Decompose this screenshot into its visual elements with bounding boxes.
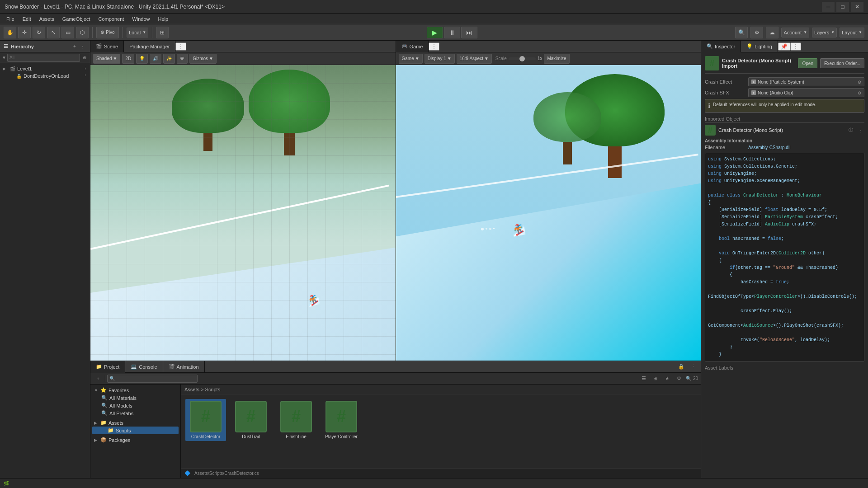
- scene-content[interactable]: 🏂: [90, 65, 396, 361]
- move-tool-button[interactable]: ✛: [18, 27, 31, 38]
- crash-sfx-browse[interactable]: ⊙: [858, 90, 861, 95]
- code-line-1: using System.Collections;: [708, 156, 861, 163]
- scale-tool-button[interactable]: ⤡: [47, 27, 60, 38]
- animation-tab[interactable]: 🎬 Animation: [163, 361, 205, 373]
- game-tabs-options[interactable]: ⋮: [429, 42, 439, 51]
- packages-section[interactable]: ▶ 📦 Packages: [92, 436, 179, 444]
- shaded-dropdown[interactable]: Shaded ▼: [93, 54, 120, 64]
- layout-dropdown[interactable]: Layout ▼: [840, 28, 864, 38]
- console-tab[interactable]: 💻 Console: [125, 361, 163, 373]
- crash-effect-dot: ●: [751, 80, 756, 84]
- search-toolbar-button[interactable]: 🔍: [735, 27, 748, 38]
- menu-gameobject[interactable]: GameObject: [59, 15, 94, 23]
- rotate-tool-button[interactable]: ↻: [33, 27, 45, 38]
- assembly-info-label: Assembly Information: [705, 138, 864, 143]
- asset-finishline[interactable]: FinishLine: [276, 399, 316, 441]
- hierarchy-options-button[interactable]: ⋮: [79, 43, 86, 50]
- minimize-button[interactable]: ─: [822, 2, 835, 12]
- code-line-13: [708, 243, 861, 250]
- inspector-tab[interactable]: 🔍 Inspector: [701, 41, 741, 52]
- grid-toggle-button[interactable]: ⊞: [156, 27, 169, 38]
- settings-toolbar-button[interactable]: ⚙: [750, 27, 763, 38]
- scene-tabs-options[interactable]: ⋮: [175, 42, 186, 51]
- local-dropdown[interactable]: Local ▼: [127, 28, 148, 38]
- bottom-tabs: 📁 Project 💻 Console 🎬 Animation 🔒 ⋮: [90, 361, 701, 373]
- cloud-toolbar-button[interactable]: ☁: [766, 27, 778, 38]
- lock-panel-button[interactable]: 🔒: [676, 362, 686, 372]
- imported-info-button[interactable]: ⓘ: [847, 127, 854, 134]
- scene-visibility-toggle[interactable]: 👁: [177, 54, 188, 64]
- imported-more-button[interactable]: ⋮: [857, 127, 864, 134]
- transform-tool-button[interactable]: ⬡: [76, 27, 89, 38]
- zoom-value: 20: [693, 376, 698, 381]
- package-manager-tab[interactable]: Package Manager: [124, 41, 175, 52]
- game-content: 🏂: [396, 65, 701, 361]
- project-tab[interactable]: 📁 Project: [90, 361, 125, 373]
- game-toolbar: Game ▼ Display 1 ▼ 16:9 Aspect ▼ Scale: [396, 52, 701, 65]
- maximize-button[interactable]: □: [836, 2, 849, 12]
- rect-tool-button[interactable]: ▭: [61, 27, 74, 38]
- favorites-section[interactable]: ▼ ⭐ Favorites: [92, 386, 179, 394]
- code-block: using System.Collections; using System.C…: [705, 153, 864, 361]
- close-button[interactable]: ✕: [851, 2, 863, 12]
- all-models-item[interactable]: 🔍 All Models: [92, 402, 179, 409]
- scene-tab[interactable]: 🎬 Scene: [90, 41, 124, 52]
- play-button[interactable]: ▶: [427, 27, 443, 38]
- step-button[interactable]: ⏭: [461, 27, 477, 38]
- menu-file[interactable]: File: [3, 15, 18, 23]
- crash-sfx-value[interactable]: ● None (Audio Clip) ⊙: [748, 88, 864, 97]
- bottom-panel-controls: 🔒 ⋮: [674, 362, 701, 372]
- layers-dropdown[interactable]: Layers ▼: [812, 28, 837, 38]
- add-asset-button[interactable]: +: [93, 374, 103, 384]
- assets-section[interactable]: ▶ 📁 Assets: [92, 419, 179, 427]
- hierarchy-item-dontdestroy[interactable]: 🔒 DontDestroyOnLoad ⋮: [0, 72, 90, 80]
- aspect-selector[interactable]: 16:9 Aspect ▼: [457, 54, 492, 64]
- maximize-button[interactable]: Maximize: [544, 54, 569, 64]
- crash-effect-value[interactable]: ● None (Particle System) ⊙: [748, 77, 864, 86]
- custom-tool-button[interactable]: ⚙ Pivo: [96, 27, 119, 38]
- scripts-folder[interactable]: 📁 Scripts: [92, 427, 179, 434]
- hierarchy-search-icon[interactable]: ⊕: [81, 54, 88, 61]
- pause-button[interactable]: ⏸: [444, 27, 460, 38]
- open-button[interactable]: Open: [798, 58, 817, 68]
- 2d-toggle[interactable]: 2D: [122, 54, 134, 64]
- all-prefabs-item[interactable]: 🔍 All Prefabs: [92, 409, 179, 417]
- inspector-options[interactable]: ⋮: [790, 42, 801, 51]
- menu-help[interactable]: Help: [154, 15, 172, 23]
- account-dropdown[interactable]: Account ▼: [781, 28, 809, 38]
- game-tab[interactable]: 🎮 Game: [396, 41, 429, 52]
- imported-header: # Crash Detector (Mono Script) ⓘ ⋮: [705, 125, 864, 136]
- dusttrail-icon: [235, 401, 267, 432]
- gizmos-dropdown[interactable]: Gizmos ▼: [189, 54, 217, 64]
- scale-slider[interactable]: [509, 57, 536, 60]
- menu-component[interactable]: Component: [94, 15, 127, 23]
- menu-edit[interactable]: Edit: [19, 15, 35, 23]
- window-controls[interactable]: ─ □ ✕: [822, 2, 863, 12]
- asset-list-view-button[interactable]: ☰: [639, 374, 649, 384]
- asset-playercontroller[interactable]: PlayerController: [321, 399, 362, 441]
- hierarchy-add-button[interactable]: +: [71, 43, 78, 50]
- crash-effect-browse[interactable]: ⊙: [858, 80, 861, 84]
- inspector-pin[interactable]: 📌: [778, 42, 790, 51]
- hierarchy-item-level1[interactable]: ▶ 🎬 Level1 ⋮: [0, 65, 90, 72]
- scale-control: Scale 1x: [495, 56, 542, 61]
- light-toggle[interactable]: 💡: [136, 54, 148, 64]
- effects-toggle[interactable]: ✨: [163, 54, 175, 64]
- menu-window[interactable]: Window: [128, 15, 153, 23]
- asset-dusttrail[interactable]: DustTrail: [231, 399, 271, 441]
- hand-tool-button[interactable]: ✋: [4, 27, 16, 38]
- asset-crashdetector[interactable]: CrashDetector: [185, 399, 226, 441]
- panel-options-button[interactable]: ⋮: [688, 362, 698, 372]
- all-materials-item[interactable]: 🔍 All Materials: [92, 394, 179, 402]
- audio-toggle[interactable]: 🔊: [150, 54, 161, 64]
- asset-grid-view-button[interactable]: ⊞: [651, 374, 660, 384]
- menu-assets[interactable]: Assets: [36, 15, 58, 23]
- display-selector[interactable]: Display 1 ▼: [425, 54, 455, 64]
- asset-settings-button[interactable]: ⚙: [674, 374, 684, 384]
- asset-search-input[interactable]: [107, 375, 198, 383]
- game-tab-selector[interactable]: Game ▼: [399, 54, 423, 64]
- lighting-tab[interactable]: 💡 Lighting: [741, 41, 778, 52]
- hierarchy-search[interactable]: [7, 54, 80, 62]
- execution-order-button[interactable]: Execution Order...: [820, 58, 864, 68]
- asset-favorite-button[interactable]: ★: [662, 374, 672, 384]
